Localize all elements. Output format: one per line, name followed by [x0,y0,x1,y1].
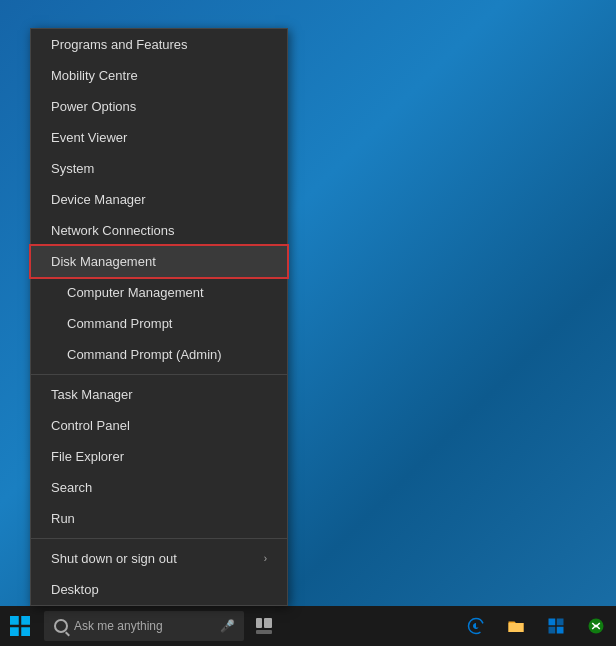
svg-rect-3 [21,627,30,636]
menu-item-label: Computer Management [67,285,204,300]
menu-item-label: Disk Management [51,254,156,269]
menu-item-label: Event Viewer [51,130,127,145]
menu-item-label: Network Connections [51,223,175,238]
store-icon [547,617,565,635]
menu-item-label: Shut down or sign out [51,551,177,566]
svg-rect-2 [10,627,19,636]
menu-item-power-options[interactable]: Power Options [31,91,287,122]
menu-item-label: Programs and Features [51,37,188,52]
menu-item-label: System [51,161,94,176]
svg-rect-7 [549,619,556,626]
xbox-button[interactable] [576,606,616,646]
menu-item-desktop[interactable]: Desktop [31,574,287,605]
menu-item-command-prompt-admin[interactable]: Command Prompt (Admin) [31,339,287,370]
menu-item-label: Task Manager [51,387,133,402]
menu-item-mobility-centre[interactable]: Mobility Centre [31,60,287,91]
menu-item-label: Command Prompt [67,316,172,331]
svg-rect-8 [557,619,564,626]
menu-item-label: Search [51,480,92,495]
menu-item-run[interactable]: Run [31,503,287,534]
menu-item-event-viewer[interactable]: Event Viewer [31,122,287,153]
menu-item-search[interactable]: Search [31,472,287,503]
xbox-icon [587,617,605,635]
svg-rect-10 [557,627,564,634]
menu-item-programs-and-features[interactable]: Programs and Features [31,29,287,60]
edge-icon [467,617,485,635]
menu-item-label: File Explorer [51,449,124,464]
svg-rect-9 [549,627,556,634]
menu-item-control-panel[interactable]: Control Panel [31,410,287,441]
menu-item-label: Mobility Centre [51,68,138,83]
taskbar-search-bar[interactable]: Ask me anything 🎤 [44,611,244,641]
menu-item-disk-management[interactable]: Disk Management [31,246,287,277]
file-explorer-icon [507,617,525,635]
menu-item-label: Desktop [51,582,99,597]
menu-item-shut-down[interactable]: Shut down or sign out › [31,543,287,574]
menu-divider-1 [31,374,287,375]
svg-rect-1 [21,616,30,625]
menu-item-label: Run [51,511,75,526]
menu-item-file-explorer[interactable]: File Explorer [31,441,287,472]
svg-rect-5 [264,618,272,628]
taskbar-right-section [456,606,616,646]
edge-icon-button[interactable] [456,606,496,646]
svg-rect-4 [256,618,262,628]
menu-item-command-prompt[interactable]: Command Prompt [31,308,287,339]
menu-item-network-connections[interactable]: Network Connections [31,215,287,246]
svg-rect-0 [10,616,19,625]
windows-icon [10,616,30,636]
menu-item-computer-management[interactable]: Computer Management [31,277,287,308]
menu-item-label: Command Prompt (Admin) [67,347,222,362]
menu-item-label: Control Panel [51,418,130,433]
menu-item-label: Device Manager [51,192,146,207]
search-icon [54,619,68,633]
svg-rect-6 [256,630,272,634]
search-placeholder-text: Ask me anything [74,619,163,633]
menu-item-label: Power Options [51,99,136,114]
menu-item-system[interactable]: System [31,153,287,184]
store-button[interactable] [536,606,576,646]
task-view-icon [256,618,272,634]
menu-divider-2 [31,538,287,539]
context-menu: Programs and Features Mobility Centre Po… [30,28,288,606]
task-view-button[interactable] [244,606,284,646]
menu-item-task-manager[interactable]: Task Manager [31,379,287,410]
file-explorer-button[interactable] [496,606,536,646]
menu-item-device-manager[interactable]: Device Manager [31,184,287,215]
chevron-right-icon: › [264,553,267,564]
desktop: Programs and Features Mobility Centre Po… [0,0,616,646]
start-button[interactable] [0,606,40,646]
microphone-icon: 🎤 [220,619,234,633]
taskbar: Ask me anything 🎤 [0,606,616,646]
